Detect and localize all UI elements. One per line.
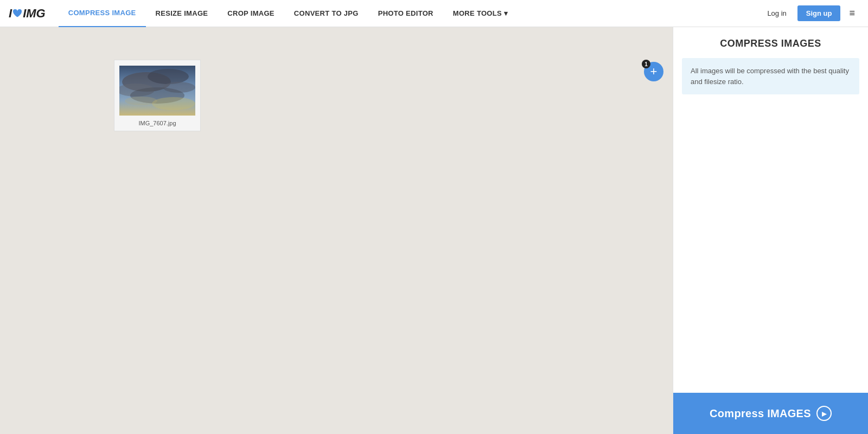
header-actions: Log in Sign up ≡ [761,4,859,22]
panel-title: COMPRESS IMAGES [673,27,868,58]
right-panel: COMPRESS IMAGES All images will be compr… [673,27,868,434]
add-badge: 1 [642,60,650,68]
main-nav: COMPRESS IMAGE RESIZE IMAGE CROP IMAGE C… [59,0,761,27]
svg-point-2 [148,69,189,84]
main-content: IMG_7607.jpg 1 + COMPRESS IMAGES All ima… [0,27,868,434]
menu-button[interactable]: ≡ [845,4,859,22]
nav-compress-image[interactable]: COMPRESS IMAGE [59,0,146,27]
header: I IMG COMPRESS IMAGE RESIZE IMAGE CROP I… [0,0,868,27]
panel-info: All images will be compressed with the b… [682,58,859,94]
compress-arrow-icon: ▸ [816,406,832,421]
plus-icon: + [650,66,658,78]
image-thumbnail [119,66,195,116]
svg-point-6 [152,97,195,110]
image-filename: IMG_7607.jpg [138,120,176,126]
svg-point-7 [125,97,157,105]
logo-i-text: I [9,7,12,21]
nav-photo-editor[interactable]: PHOTO EDITOR [368,0,443,27]
sky-svg [119,66,195,116]
nav-convert-to-jpg[interactable]: CONVERT TO JPG [284,0,368,27]
logo[interactable]: I IMG [9,7,46,21]
signup-button[interactable]: Sign up [797,5,841,21]
image-card: IMG_7607.jpg [114,60,201,131]
compress-button-label: Compress IMAGES [710,407,811,420]
add-more-button[interactable]: 1 + [644,62,663,81]
nav-more-tools[interactable]: MORE TOOLS ▾ [443,0,518,27]
logo-img-text: IMG [23,7,46,21]
canvas-area: IMG_7607.jpg 1 + [0,27,673,434]
nav-crop-image[interactable]: CROP IMAGE [218,0,284,27]
panel-body [673,94,868,393]
login-button[interactable]: Log in [761,6,793,21]
compress-images-button[interactable]: Compress IMAGES ▸ [673,393,868,434]
logo-heart-icon [12,9,22,18]
nav-resize-image[interactable]: RESIZE IMAGE [146,0,218,27]
